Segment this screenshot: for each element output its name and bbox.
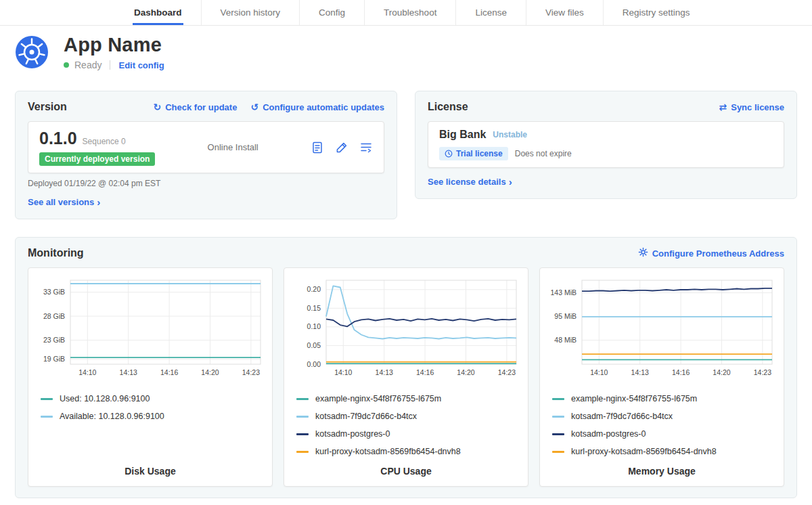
- app-title: App Name: [64, 34, 164, 56]
- svg-text:14:16: 14:16: [160, 368, 178, 376]
- refresh-icon: ↻: [153, 102, 161, 112]
- tab-version-history[interactable]: Version history: [201, 0, 300, 25]
- license-customer-row: Big Bank Unstable: [439, 129, 773, 141]
- svg-text:14:16: 14:16: [672, 368, 690, 376]
- legend-swatch: [41, 398, 53, 400]
- deployed-timestamp: Deployed 01/19/22 @ 02:04 pm EST: [28, 179, 384, 188]
- legend-label: kotsadm-postgres-0: [571, 429, 646, 439]
- memory-usage-title: Memory Usage: [548, 456, 775, 477]
- legend-label: Used: 10.128.0.96:9100: [60, 394, 150, 403]
- svg-text:19 GiB: 19 GiB: [43, 355, 65, 363]
- clock-icon: [445, 150, 453, 158]
- svg-text:0.10: 0.10: [307, 322, 321, 330]
- cpu-usage-legend: example-nginx-54f8f76755-l675mkotsadm-7f…: [292, 394, 520, 456]
- tab-view-files[interactable]: View files: [526, 0, 603, 25]
- tab-license[interactable]: License: [455, 0, 526, 25]
- tab-troubleshoot[interactable]: Troubleshoot: [364, 0, 455, 25]
- app-status-row: Ready Edit config: [64, 60, 164, 70]
- disk-usage-legend-item: Used: 10.128.0.96:9100: [41, 394, 264, 403]
- trial-license-label: Trial license: [456, 149, 503, 158]
- sync-license-link[interactable]: ⇄ Sync license: [719, 102, 784, 112]
- sync-license-label: Sync license: [731, 102, 784, 112]
- configure-automatic-updates-link[interactable]: ↺ Configure automatic updates: [250, 102, 384, 112]
- legend-swatch: [552, 416, 564, 418]
- svg-text:0.20: 0.20: [307, 285, 321, 293]
- cpu-usage-legend-item: kotsadm-7f9dc7d66c-b4tcx: [296, 412, 520, 421]
- tab-dashboard[interactable]: Dashboard: [115, 0, 201, 25]
- see-all-versions-label: See all versions: [28, 197, 94, 207]
- legend-label: kurl-proxy-kotsadm-8569fb6454-dnvh8: [571, 447, 717, 456]
- cpu-usage-plot: 0.000.050.100.150.2014:1014:1314:1614:20…: [292, 276, 520, 385]
- chevron-right-icon: ›: [509, 176, 512, 188]
- cards-row: Version ↻ Check for update ↺ Configure a…: [15, 91, 797, 219]
- tab-registry-settings[interactable]: Registry settings: [603, 0, 709, 25]
- memory-usage-legend-item: kurl-proxy-kotsadm-8569fb6454-dnvh8: [552, 447, 775, 456]
- svg-text:48 MiB: 48 MiB: [554, 336, 577, 344]
- configure-prometheus-link[interactable]: Configure Prometheus Address: [638, 247, 784, 259]
- gear-icon: [638, 247, 648, 259]
- disk-usage-legend: Used: 10.128.0.96:9100Available: 10.128.…: [37, 394, 264, 421]
- deploy-logs-icon[interactable]: [359, 141, 373, 154]
- cpu-usage-legend-item: example-nginx-54f8f76755-l675m: [296, 394, 520, 403]
- svg-text:95 MiB: 95 MiB: [554, 312, 577, 320]
- disk-usage-title: Disk Usage: [37, 456, 264, 477]
- svg-text:143 MiB: 143 MiB: [550, 288, 577, 297]
- check-for-update-link[interactable]: ↻ Check for update: [153, 102, 237, 112]
- memory-usage-plot: 48 MiB95 MiB143 MiB14:1014:1314:1614:201…: [548, 276, 775, 385]
- legend-swatch: [296, 451, 309, 453]
- svg-text:14:20: 14:20: [457, 368, 474, 376]
- legend-label: Available: 10.128.0.96:9100: [60, 412, 164, 421]
- svg-text:14:23: 14:23: [242, 368, 260, 376]
- cpu-usage-title: CPU Usage: [292, 456, 520, 477]
- see-license-details-label: See license details: [428, 177, 506, 187]
- legend-label: example-nginx-54f8f76755-l675m: [571, 394, 697, 403]
- svg-text:14:13: 14:13: [376, 368, 393, 376]
- main-content: Version ↻ Check for update ↺ Configure a…: [0, 91, 812, 498]
- legend-label: kotsadm-7f9dc7d66c-b4tcx: [315, 412, 417, 421]
- release-notes-icon[interactable]: [311, 141, 324, 154]
- license-expiry: Does not expire: [515, 149, 572, 158]
- svg-text:0.00: 0.00: [307, 360, 321, 368]
- svg-text:14:23: 14:23: [754, 368, 771, 376]
- ready-status-dot: [64, 62, 69, 68]
- cpu-usage-card: 0.000.050.100.150.2014:1014:1314:1614:20…: [284, 267, 528, 487]
- app-header: App Name Ready Edit config: [0, 26, 812, 70]
- disk-usage-card: 19 GiB23 GiB28 GiB33 GiB14:1014:1314:161…: [28, 267, 273, 487]
- version-panel-header: Version ↻ Check for update ↺ Configure a…: [28, 101, 384, 113]
- divider: [110, 60, 110, 70]
- disk-usage-legend-item: Available: 10.128.0.96:9100: [41, 412, 264, 421]
- svg-text:14:20: 14:20: [713, 368, 730, 376]
- memory-usage-legend-item: example-nginx-54f8f76755-l675m: [552, 394, 775, 403]
- edit-config-icon[interactable]: [335, 141, 348, 154]
- legend-swatch: [296, 398, 309, 400]
- tab-config[interactable]: Config: [299, 0, 364, 25]
- legend-label: example-nginx-54f8f76755-l675m: [315, 394, 441, 403]
- see-license-details-link[interactable]: See license details ›: [428, 176, 512, 188]
- charts-row: 19 GiB23 GiB28 GiB33 GiB14:1014:1314:161…: [28, 267, 784, 487]
- kubernetes-logo-icon: [15, 35, 49, 69]
- tab-label: Config: [317, 1, 346, 25]
- version-number: 0.1.0: [39, 129, 77, 148]
- cpu-usage-legend-item: kurl-proxy-kotsadm-8569fb6454-dnvh8: [296, 447, 520, 456]
- svg-text:0.15: 0.15: [307, 304, 321, 312]
- configure-prometheus-label: Configure Prometheus Address: [652, 248, 784, 259]
- svg-text:14:13: 14:13: [631, 368, 649, 376]
- svg-text:14:23: 14:23: [498, 368, 516, 376]
- edit-config-link[interactable]: Edit config: [118, 60, 164, 70]
- current-version-card: 0.1.0 Sequence 0 Currently deployed vers…: [28, 121, 384, 173]
- see-all-versions-link[interactable]: See all versions ›: [28, 196, 100, 208]
- install-type: Online Install: [155, 142, 311, 152]
- svg-text:14:20: 14:20: [201, 368, 219, 376]
- monitoring-panel-header: Monitoring Configure Prometheus Address: [28, 247, 784, 259]
- svg-text:14:10: 14:10: [334, 368, 352, 376]
- tab-label: Troubleshoot: [382, 1, 438, 25]
- app-status: Ready: [74, 60, 102, 70]
- legend-swatch: [552, 451, 564, 453]
- memory-usage-legend: example-nginx-54f8f76755-l675mkotsadm-7f…: [548, 394, 775, 456]
- license-panel: License ⇄ Sync license Big Bank Unstable…: [415, 91, 797, 199]
- license-channel: Unstable: [493, 130, 527, 139]
- memory-usage-legend-item: kotsadm-postgres-0: [552, 429, 775, 439]
- license-type-row: Trial license Does not expire: [439, 147, 773, 160]
- legend-swatch: [296, 416, 309, 418]
- legend-swatch: [552, 398, 564, 400]
